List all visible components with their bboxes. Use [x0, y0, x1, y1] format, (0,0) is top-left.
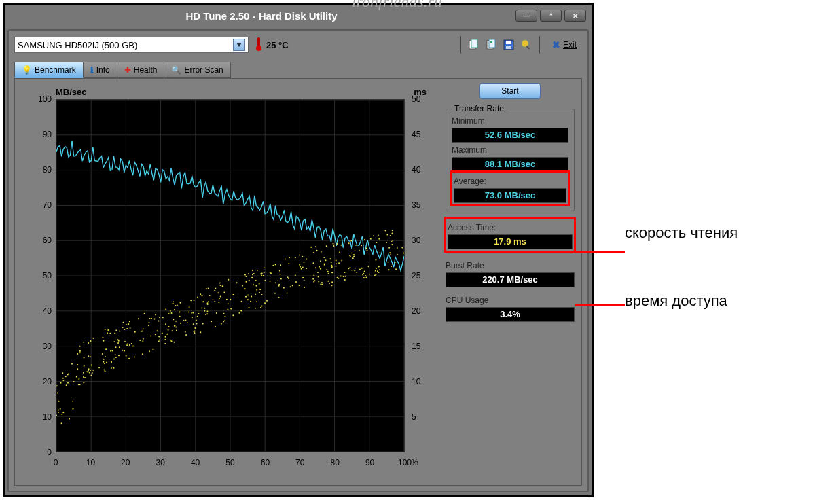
svg-point-215 — [188, 311, 189, 312]
svg-point-146 — [175, 325, 176, 327]
svg-point-107 — [280, 264, 281, 266]
svg-point-482 — [331, 262, 332, 263]
svg-point-421 — [224, 316, 225, 317]
svg-point-225 — [157, 330, 158, 331]
svg-point-259 — [114, 333, 115, 334]
svg-point-272 — [299, 285, 300, 286]
svg-point-50 — [84, 365, 85, 367]
svg-point-417 — [128, 358, 130, 359]
svg-point-436 — [264, 302, 266, 304]
minimum-label: Minimum — [452, 116, 568, 126]
maximum-label: Maximum — [452, 145, 568, 155]
transfer-rate-title: Transfer Rate — [452, 104, 507, 113]
svg-point-424 — [67, 374, 69, 376]
svg-point-158 — [215, 326, 216, 327]
svg-point-393 — [331, 281, 333, 283]
save-button[interactable] — [501, 37, 517, 52]
titlebar: HD Tune 2.50 - Hard Disk Utility — ˄ ✕ — [5, 5, 592, 26]
svg-point-359 — [256, 301, 257, 302]
options-button[interactable] — [518, 37, 535, 52]
svg-point-374 — [256, 289, 257, 291]
svg-point-448 — [295, 281, 297, 283]
svg-point-368 — [230, 299, 231, 300]
callout-line-2 — [575, 304, 625, 306]
svg-point-52 — [88, 342, 89, 344]
svg-point-442 — [355, 250, 356, 251]
svg-point-65 — [261, 306, 263, 307]
svg-point-380 — [192, 317, 193, 318]
thermometer-icon — [255, 37, 262, 54]
svg-point-53 — [165, 336, 166, 338]
svg-point-193 — [84, 357, 85, 358]
drive-select[interactable]: SAMSUNG HD502IJ (500 GB) — [14, 37, 249, 53]
svg-point-334 — [390, 235, 391, 236]
tab-error-scan[interactable]: 🔍 Error Scan — [164, 62, 230, 78]
svg-point-173 — [113, 341, 115, 342]
svg-point-337 — [280, 274, 281, 275]
copy-screenshot-button[interactable] — [483, 37, 499, 52]
svg-point-54 — [211, 321, 212, 322]
svg-rect-6 — [489, 39, 495, 48]
svg-point-247 — [90, 370, 91, 371]
svg-point-73 — [105, 329, 106, 330]
start-button[interactable]: Start — [479, 83, 541, 99]
svg-point-469 — [84, 377, 86, 378]
svg-point-410 — [61, 414, 62, 415]
window-title: HD Tune 2.50 - Hard Disk Utility — [10, 10, 513, 22]
svg-point-63 — [219, 282, 221, 283]
svg-point-327 — [327, 281, 329, 282]
svg-point-117 — [103, 340, 105, 342]
svg-point-461 — [272, 265, 274, 266]
svg-rect-7 — [490, 41, 492, 43]
tab-benchmark[interactable]: 💡 Benchmark — [14, 62, 84, 78]
copy-info-button[interactable] — [465, 37, 482, 52]
svg-point-38 — [285, 258, 286, 259]
tab-health[interactable]: ✚ Health — [117, 62, 165, 78]
svg-point-216 — [158, 336, 160, 338]
svg-point-141 — [115, 357, 117, 358]
minimize-button[interactable]: — — [515, 10, 537, 22]
svg-point-174 — [369, 274, 370, 275]
svg-point-157 — [245, 276, 247, 277]
temperature-display: 25 °C — [255, 37, 289, 54]
access-time-highlight: Access Time: 17.9 ms — [446, 217, 575, 253]
svg-point-99 — [319, 266, 320, 268]
svg-point-187 — [266, 300, 268, 302]
svg-point-219 — [391, 232, 393, 234]
svg-point-430 — [274, 293, 276, 294]
svg-point-454 — [317, 272, 319, 273]
svg-point-171 — [378, 266, 380, 267]
svg-point-405 — [191, 312, 192, 314]
svg-point-136 — [315, 246, 316, 247]
svg-point-201 — [208, 287, 209, 289]
svg-point-89 — [69, 418, 70, 420]
svg-point-472 — [283, 287, 285, 289]
maximize-button[interactable]: ˄ — [540, 10, 562, 22]
svg-point-382 — [379, 269, 380, 270]
svg-point-484 — [66, 384, 67, 386]
svg-point-310 — [375, 274, 376, 275]
average-label: Average: — [454, 177, 566, 186]
svg-point-198 — [124, 350, 125, 352]
svg-point-58 — [105, 370, 106, 372]
close-button[interactable]: ✕ — [564, 10, 586, 22]
svg-point-394 — [320, 260, 321, 262]
svg-point-86 — [363, 277, 365, 278]
plot-area — [56, 99, 405, 452]
svg-point-123 — [173, 303, 174, 304]
svg-point-429 — [111, 361, 112, 363]
y-axis-right-ticks: 5045403530252015105 — [410, 99, 427, 452]
svg-point-399 — [270, 272, 272, 274]
svg-point-132 — [392, 230, 393, 231]
exit-button[interactable]: ✖ Exit — [547, 38, 582, 52]
tab-info[interactable]: ℹ Info — [83, 62, 117, 78]
chevron-down-icon[interactable] — [233, 39, 245, 51]
svg-point-98 — [364, 271, 365, 272]
svg-point-311 — [119, 346, 120, 348]
svg-point-381 — [339, 251, 340, 253]
svg-point-252 — [223, 321, 224, 322]
exit-label: Exit — [563, 40, 577, 50]
svg-point-237 — [219, 298, 220, 299]
svg-point-60 — [333, 245, 334, 247]
svg-point-227 — [247, 299, 248, 300]
